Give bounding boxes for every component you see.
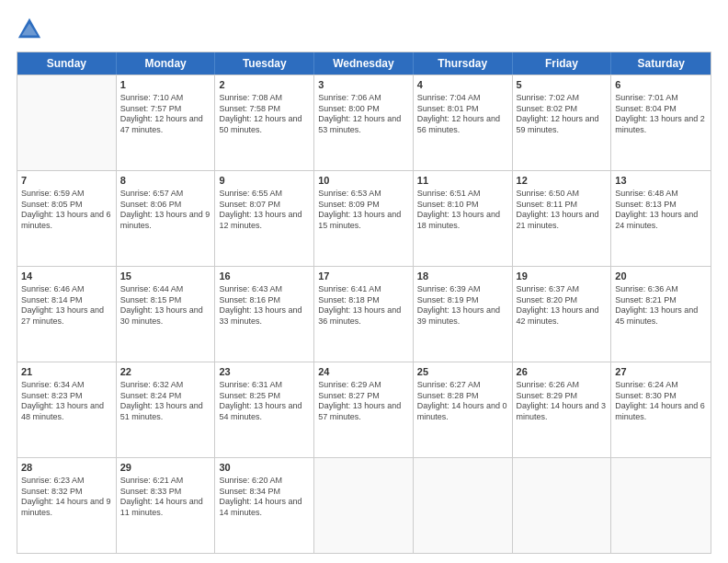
day-info: Sunrise: 6:26 AMSunset: 8:29 PMDaylight:…: [517, 380, 608, 423]
empty-cell: [314, 458, 414, 553]
day-number: 8: [120, 174, 211, 188]
weekday-header-wednesday: Wednesday: [314, 52, 414, 75]
empty-cell: [513, 458, 612, 553]
day-number: 2: [219, 78, 310, 92]
day-info: Sunrise: 6:21 AMSunset: 8:33 PMDaylight:…: [120, 476, 211, 519]
day-info: Sunrise: 6:51 AMSunset: 8:10 PMDaylight:…: [417, 189, 508, 232]
day-cell-14: 14Sunrise: 6:46 AMSunset: 8:14 PMDayligh…: [17, 267, 117, 362]
day-cell-25: 25Sunrise: 6:27 AMSunset: 8:28 PMDayligh…: [414, 362, 513, 457]
day-cell-6: 6Sunrise: 7:01 AMSunset: 8:04 PMDaylight…: [611, 75, 711, 170]
day-cell-30: 30Sunrise: 6:20 AMSunset: 8:34 PMDayligh…: [215, 458, 314, 553]
day-number: 22: [120, 365, 211, 379]
day-info: Sunrise: 7:10 AMSunset: 7:57 PMDaylight:…: [120, 93, 211, 136]
day-number: 12: [517, 174, 608, 188]
day-cell-9: 9Sunrise: 6:55 AMSunset: 8:07 PMDaylight…: [215, 171, 314, 266]
day-cell-3: 3Sunrise: 7:06 AMSunset: 8:00 PMDaylight…: [314, 75, 414, 170]
day-number: 26: [517, 365, 608, 379]
day-info: Sunrise: 7:01 AMSunset: 8:04 PMDaylight:…: [615, 93, 707, 136]
day-info: Sunrise: 6:37 AMSunset: 8:20 PMDaylight:…: [517, 284, 608, 327]
day-number: 19: [517, 270, 608, 283]
day-number: 6: [615, 78, 707, 92]
day-number: 21: [21, 365, 112, 379]
empty-cell: [414, 458, 513, 553]
calendar: SundayMondayTuesdayWednesdayThursdayFrid…: [17, 52, 711, 554]
day-number: 27: [615, 365, 707, 379]
day-number: 24: [318, 365, 409, 379]
weekday-header-saturday: Saturday: [611, 52, 711, 75]
day-cell-1: 1Sunrise: 7:10 AMSunset: 7:57 PMDaylight…: [117, 75, 216, 170]
calendar-body: 1Sunrise: 7:10 AMSunset: 7:57 PMDaylight…: [17, 75, 711, 553]
day-info: Sunrise: 6:20 AMSunset: 8:34 PMDaylight:…: [219, 476, 310, 519]
day-cell-21: 21Sunrise: 6:34 AMSunset: 8:23 PMDayligh…: [17, 362, 117, 457]
day-cell-18: 18Sunrise: 6:39 AMSunset: 8:19 PMDayligh…: [414, 267, 513, 362]
page: SundayMondayTuesdayWednesdayThursdayFrid…: [0, 0, 728, 563]
calendar-header: SundayMondayTuesdayWednesdayThursdayFrid…: [17, 52, 711, 75]
day-cell-13: 13Sunrise: 6:48 AMSunset: 8:13 PMDayligh…: [611, 171, 711, 266]
day-number: 4: [417, 78, 508, 92]
day-info: Sunrise: 6:48 AMSunset: 8:13 PMDaylight:…: [615, 189, 707, 232]
day-number: 15: [120, 270, 211, 283]
day-info: Sunrise: 7:08 AMSunset: 7:58 PMDaylight:…: [219, 93, 310, 136]
day-info: Sunrise: 6:46 AMSunset: 8:14 PMDaylight:…: [21, 284, 112, 327]
day-number: 13: [615, 174, 707, 188]
day-info: Sunrise: 7:06 AMSunset: 8:00 PMDaylight:…: [318, 93, 409, 136]
logo: [17, 17, 46, 42]
day-info: Sunrise: 6:44 AMSunset: 8:15 PMDaylight:…: [120, 284, 211, 327]
day-number: 5: [517, 78, 608, 92]
day-number: 16: [219, 270, 310, 283]
calendar-row-2: 7Sunrise: 6:59 AMSunset: 8:05 PMDaylight…: [17, 170, 711, 266]
day-cell-11: 11Sunrise: 6:51 AMSunset: 8:10 PMDayligh…: [414, 171, 513, 266]
header: [17, 17, 711, 42]
calendar-row-5: 28Sunrise: 6:23 AMSunset: 8:32 PMDayligh…: [17, 457, 711, 553]
calendar-row-4: 21Sunrise: 6:34 AMSunset: 8:23 PMDayligh…: [17, 362, 711, 457]
day-cell-17: 17Sunrise: 6:41 AMSunset: 8:18 PMDayligh…: [314, 267, 414, 362]
calendar-row-3: 14Sunrise: 6:46 AMSunset: 8:14 PMDayligh…: [17, 266, 711, 362]
day-number: 30: [219, 461, 310, 475]
day-cell-4: 4Sunrise: 7:04 AMSunset: 8:01 PMDaylight…: [414, 75, 513, 170]
logo-icon: [17, 17, 42, 42]
day-info: Sunrise: 6:32 AMSunset: 8:24 PMDaylight:…: [120, 380, 211, 423]
day-number: 1: [120, 78, 211, 92]
day-cell-2: 2Sunrise: 7:08 AMSunset: 7:58 PMDaylight…: [215, 75, 314, 170]
day-cell-19: 19Sunrise: 6:37 AMSunset: 8:20 PMDayligh…: [513, 267, 612, 362]
weekday-header-tuesday: Tuesday: [215, 52, 314, 75]
day-number: 17: [318, 270, 409, 283]
day-cell-5: 5Sunrise: 7:02 AMSunset: 8:02 PMDaylight…: [513, 75, 612, 170]
day-info: Sunrise: 6:27 AMSunset: 8:28 PMDaylight:…: [417, 380, 508, 423]
day-number: 29: [120, 461, 211, 475]
day-info: Sunrise: 6:55 AMSunset: 8:07 PMDaylight:…: [219, 189, 310, 232]
day-info: Sunrise: 6:31 AMSunset: 8:25 PMDaylight:…: [219, 380, 310, 423]
day-number: 7: [21, 174, 112, 188]
day-info: Sunrise: 6:50 AMSunset: 8:11 PMDaylight:…: [517, 189, 608, 232]
day-cell-8: 8Sunrise: 6:57 AMSunset: 8:06 PMDaylight…: [117, 171, 216, 266]
day-cell-27: 27Sunrise: 6:24 AMSunset: 8:30 PMDayligh…: [611, 362, 711, 457]
day-info: Sunrise: 6:34 AMSunset: 8:23 PMDaylight:…: [21, 380, 112, 423]
day-cell-20: 20Sunrise: 6:36 AMSunset: 8:21 PMDayligh…: [611, 267, 711, 362]
day-info: Sunrise: 7:04 AMSunset: 8:01 PMDaylight:…: [417, 93, 508, 136]
day-number: 20: [615, 270, 707, 283]
day-number: 14: [21, 270, 112, 283]
day-cell-28: 28Sunrise: 6:23 AMSunset: 8:32 PMDayligh…: [17, 458, 117, 553]
day-info: Sunrise: 6:59 AMSunset: 8:05 PMDaylight:…: [21, 189, 112, 232]
day-info: Sunrise: 6:41 AMSunset: 8:18 PMDaylight:…: [318, 284, 409, 327]
day-number: 23: [219, 365, 310, 379]
day-info: Sunrise: 6:36 AMSunset: 8:21 PMDaylight:…: [615, 284, 707, 327]
day-cell-26: 26Sunrise: 6:26 AMSunset: 8:29 PMDayligh…: [513, 362, 612, 457]
day-cell-10: 10Sunrise: 6:53 AMSunset: 8:09 PMDayligh…: [314, 171, 414, 266]
day-number: 11: [417, 174, 508, 188]
weekday-header-monday: Monday: [117, 52, 216, 75]
day-info: Sunrise: 6:53 AMSunset: 8:09 PMDaylight:…: [318, 189, 409, 232]
day-cell-23: 23Sunrise: 6:31 AMSunset: 8:25 PMDayligh…: [215, 362, 314, 457]
empty-cell: [611, 458, 711, 553]
day-cell-24: 24Sunrise: 6:29 AMSunset: 8:27 PMDayligh…: [314, 362, 414, 457]
day-info: Sunrise: 6:24 AMSunset: 8:30 PMDaylight:…: [615, 380, 707, 423]
day-info: Sunrise: 6:23 AMSunset: 8:32 PMDaylight:…: [21, 476, 112, 519]
day-info: Sunrise: 6:43 AMSunset: 8:16 PMDaylight:…: [219, 284, 310, 327]
weekday-header-sunday: Sunday: [17, 52, 117, 75]
day-number: 9: [219, 174, 310, 188]
day-cell-7: 7Sunrise: 6:59 AMSunset: 8:05 PMDaylight…: [17, 171, 117, 266]
weekday-header-thursday: Thursday: [414, 52, 513, 75]
weekday-header-friday: Friday: [513, 52, 612, 75]
day-info: Sunrise: 6:29 AMSunset: 8:27 PMDaylight:…: [318, 380, 409, 423]
empty-cell: [17, 75, 117, 170]
